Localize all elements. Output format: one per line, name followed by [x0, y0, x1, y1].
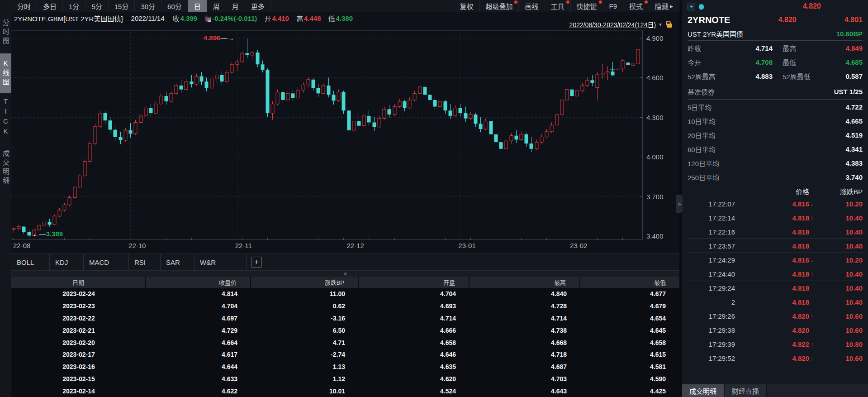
tick-row[interactable]: 17:23:574.81810.40	[688, 239, 863, 253]
average-row: 20日平均4.519	[688, 128, 863, 142]
toolbar-item-隐藏[interactable]: 隐藏▶	[649, 0, 679, 12]
unlock-icon[interactable]	[667, 24, 672, 28]
toolbar-item-多日[interactable]: 多日	[37, 0, 63, 12]
tick-row[interactable]: 17:24:294.816↓10.20	[688, 253, 863, 267]
tick-row[interactable]: 17:29:394.822↑10.80	[688, 337, 863, 351]
toolbar-item-日[interactable]: 日	[188, 0, 207, 12]
indicator-tab-W&R[interactable]: W&R	[194, 254, 247, 270]
cell: 11.00	[251, 288, 359, 300]
add-watch-button[interactable]: +	[688, 3, 695, 10]
indicator-tab-SAR[interactable]: SAR	[161, 254, 194, 270]
quote-stat-row: 52周最高4.88352周最低0.587	[688, 69, 863, 83]
sidebar-item-1[interactable]: K线图	[0, 53, 11, 93]
cell: 4.840	[470, 288, 580, 300]
toolbar-item-分时[interactable]: 分时	[11, 0, 37, 12]
candlestick-chart[interactable]: 2022/08/30-2023/02/24(124日) ▼ 4.9004.600…	[11, 24, 679, 254]
indicator-tab-BOLL[interactable]: BOLL	[11, 254, 50, 270]
table-row[interactable]: 2023-02-214.7296.504.6664.7384.645	[11, 324, 679, 336]
indicator-tab-RSI[interactable]: RSI	[129, 254, 161, 270]
average-row: 120日平均4.383	[688, 156, 863, 170]
field-幅: 幅-0.24%(-0.011)	[204, 14, 257, 23]
cell: 6.50	[251, 324, 359, 336]
tick-row[interactable]: 17:29:264.820↑10.60	[688, 309, 863, 323]
table-row[interactable]: 2023-02-144.62210.014.5244.6434.425	[11, 385, 679, 397]
table-row[interactable]: 2023-02-234.7040.624.6934.7284.679	[11, 300, 679, 312]
column-header-日期[interactable]: 日期	[11, 277, 146, 288]
alert-bell-icon[interactable]	[699, 4, 704, 9]
toolbar-item-快捷键[interactable]: 快捷键	[571, 0, 603, 12]
toolbar-item-15分[interactable]: 15分	[109, 0, 135, 12]
bottom-tab-财经直播[interactable]: 财经直播	[725, 384, 767, 397]
tick-row[interactable]: 17:24:404.818↑10.40	[688, 267, 863, 281]
column-header-收盘价[interactable]: 收盘价	[146, 277, 251, 288]
collapse-divider[interactable]: »	[11, 271, 679, 277]
toolbar-item-30分[interactable]: 30分	[135, 0, 161, 12]
cell: 4.718	[470, 349, 580, 361]
column-header-涨跌BP[interactable]: 涨跌BP	[251, 277, 359, 288]
ohlc-fields: 收4.399幅-0.24%(-0.011)开4.410高4.448低4.380	[173, 14, 353, 23]
panel-expand-handle[interactable]: »	[676, 195, 683, 213]
cell: 4.658	[359, 336, 470, 349]
toolbar-item-60分[interactable]: 60分	[161, 0, 188, 12]
chevron-down-icon[interactable]: ▼	[658, 22, 663, 27]
toolbar-item-更多[interactable]: 更多	[245, 0, 271, 12]
table-row[interactable]: 2023-02-204.6644.714.6584.6684.658	[11, 336, 679, 349]
toolbar-item-超级叠加[interactable]: 超级叠加	[479, 0, 519, 12]
column-header-开盘[interactable]: 开盘	[359, 277, 470, 288]
sidebar-item-2[interactable]: TICK	[0, 97, 11, 138]
table-row[interactable]: 2023-02-154.6331.124.6204.7034.590	[11, 373, 679, 385]
bottom-tab-成交明细[interactable]: 成交明细	[682, 384, 725, 397]
tick-row[interactable]: 17:29:244.81810.40	[688, 281, 863, 295]
tick-change-header: 涨跌BP	[821, 187, 863, 196]
table-row[interactable]: 2023-02-224.697-3.164.7144.7144.654	[11, 312, 679, 325]
table-row[interactable]: 2023-02-174.617-2.744.6464.7184.615	[11, 349, 679, 361]
toolbar-item-F9[interactable]: F9	[603, 0, 624, 12]
toolbar-item-月[interactable]: 月	[226, 0, 245, 12]
sidebar-item-3[interactable]: 成交明细	[0, 141, 11, 195]
indicator-tabs: BOLLKDJMACDRSISARW&R+	[11, 254, 679, 271]
toolbar-item-复权[interactable]: 复权	[454, 0, 479, 12]
add-indicator-button[interactable]: +	[251, 257, 262, 268]
tick-row[interactable]: 17:22:144.818↑10.40	[688, 211, 863, 225]
toolbar-item-周[interactable]: 周	[207, 0, 226, 12]
kline-canvas[interactable]	[11, 24, 679, 240]
sidebar-item-0[interactable]: 分时图	[0, 14, 11, 52]
tick-row[interactable]: 17:29:524.820↓10.60	[688, 351, 863, 365]
cell: 4.643	[470, 385, 580, 397]
date-range-selector[interactable]: 2022/08/30-2023/02/24(124日) ▼	[569, 20, 672, 29]
toolbar-item-工具[interactable]: 工具	[545, 0, 571, 12]
table-row[interactable]: 2023-02-244.81411.004.7044.8404.677	[11, 288, 679, 300]
cell: -3.16	[251, 312, 359, 325]
cell: 2023-02-24	[11, 288, 146, 300]
x-tick-label: 23-01	[458, 242, 475, 249]
change-bp: 10.60BP	[836, 30, 863, 38]
benchmark-label: 基准债券	[688, 87, 715, 96]
column-header-最高[interactable]: 最高	[470, 277, 580, 288]
cell: 4.693	[359, 300, 470, 312]
quote-subtitle-row: UST 2YR美国国债 10.60BP	[688, 27, 863, 40]
cell: 4.615	[580, 349, 679, 361]
cell: 2023-02-22	[11, 312, 146, 325]
cell: 4.728	[470, 300, 580, 312]
column-header-最低[interactable]: 最低	[580, 277, 679, 288]
toolbar-item-模式[interactable]: 模式	[623, 0, 649, 12]
down-arrow-icon: ↓	[809, 201, 821, 207]
average-row: 5日平均4.722	[688, 100, 863, 114]
tick-row[interactable]: 17:22:074.816↓10.20	[688, 197, 863, 211]
divider	[688, 84, 863, 84]
table-row[interactable]: 2023-02-164.6441.134.6354.6874.581	[11, 361, 679, 373]
cell: 4.668	[470, 336, 580, 349]
toolbar-item-1分[interactable]: 1分	[63, 0, 85, 12]
tick-row[interactable]: 17:29:384.82010.60	[688, 323, 863, 337]
tick-list[interactable]: 17:22:074.816↓10.2017:22:144.818↑10.4017…	[688, 197, 863, 365]
indicator-tab-MACD[interactable]: MACD	[84, 254, 129, 270]
quote-top-row: + 4.820	[688, 0, 863, 13]
indicator-tab-KDJ[interactable]: KDJ	[50, 254, 84, 270]
toolbar-item-画线[interactable]: 画线	[519, 0, 545, 12]
tick-row[interactable]: 24.81810.40	[688, 295, 863, 309]
cell: 4.714	[359, 312, 470, 325]
divider	[688, 185, 863, 185]
toolbar-item-5分[interactable]: 5分	[85, 0, 108, 12]
tick-row[interactable]: 17:22:164.81810.40	[688, 225, 863, 239]
date-range-label[interactable]: 2022/08/30-2023/02/24(124日)	[569, 20, 656, 29]
